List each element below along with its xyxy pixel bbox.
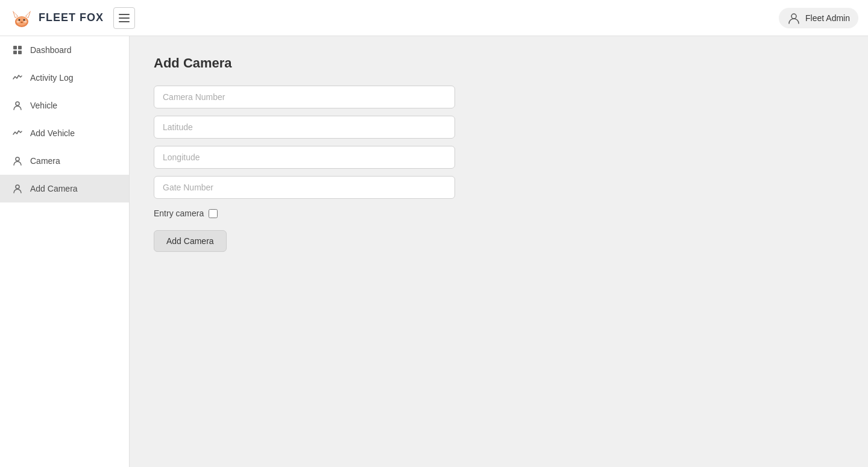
menu-button[interactable] xyxy=(113,7,135,29)
vehicle-person-icon xyxy=(12,100,23,111)
menu-line-3 xyxy=(119,21,130,22)
dashboard-icon xyxy=(12,45,23,55)
navbar-left: FLEET FOX xyxy=(10,6,135,30)
sidebar-label-add-vehicle: Add Vehicle xyxy=(30,128,75,138)
main-content: Add Camera Entry camera Add Camera xyxy=(130,36,868,467)
sidebar-item-camera[interactable]: Camera xyxy=(0,147,129,175)
sidebar-item-add-camera[interactable]: Add Camera xyxy=(0,175,129,202)
user-name: Fleet Admin xyxy=(805,13,850,23)
sidebar-item-dashboard[interactable]: Dashboard xyxy=(0,36,129,64)
logo: FLEET FOX xyxy=(10,6,104,30)
svg-rect-12 xyxy=(13,46,17,49)
svg-rect-14 xyxy=(13,51,17,54)
sidebar-label-add-camera: Add Camera xyxy=(30,184,78,193)
svg-rect-15 xyxy=(18,51,22,54)
menu-line-1 xyxy=(119,14,130,15)
camera-number-input[interactable] xyxy=(154,86,455,108)
svg-point-17 xyxy=(16,157,19,161)
latitude-input[interactable] xyxy=(154,116,455,139)
menu-line-2 xyxy=(119,17,130,19)
entry-camera-checkbox[interactable] xyxy=(209,209,218,218)
svg-point-16 xyxy=(16,102,19,105)
app-name: FLEET FOX xyxy=(39,11,104,24)
sidebar: Dashboard Activity Log Vehicle xyxy=(0,36,130,467)
longitude-input[interactable] xyxy=(154,146,455,169)
svg-point-9 xyxy=(17,20,20,22)
svg-point-8 xyxy=(20,21,23,22)
activity-log-icon xyxy=(12,72,23,83)
sidebar-label-activity-log: Activity Log xyxy=(30,73,74,83)
entry-camera-label: Entry camera xyxy=(154,208,204,218)
layout: Dashboard Activity Log Vehicle xyxy=(0,36,868,467)
logo-icon xyxy=(10,6,34,30)
sidebar-item-activity-log[interactable]: Activity Log xyxy=(0,64,129,92)
svg-point-6 xyxy=(19,19,20,20)
user-avatar-icon xyxy=(787,11,800,25)
navbar: FLEET FOX Fleet Admin xyxy=(0,0,868,36)
add-camera-button[interactable]: Add Camera xyxy=(154,230,227,252)
sidebar-item-add-vehicle[interactable]: Add Vehicle xyxy=(0,119,129,147)
camera-person-icon xyxy=(12,155,23,166)
sidebar-label-vehicle: Vehicle xyxy=(30,101,57,110)
entry-camera-row: Entry camera xyxy=(154,208,455,218)
add-camera-person-icon xyxy=(12,183,23,194)
page-title: Add Camera xyxy=(154,55,844,71)
add-vehicle-icon xyxy=(12,128,23,139)
sidebar-item-vehicle[interactable]: Vehicle xyxy=(0,92,129,119)
svg-point-7 xyxy=(24,19,25,20)
svg-point-18 xyxy=(16,185,19,189)
sidebar-label-camera: Camera xyxy=(30,156,60,166)
add-camera-form: Entry camera Add Camera xyxy=(154,86,455,252)
svg-rect-13 xyxy=(18,46,22,49)
user-menu[interactable]: Fleet Admin xyxy=(779,8,858,28)
svg-point-10 xyxy=(24,20,27,22)
sidebar-label-dashboard: Dashboard xyxy=(30,45,72,55)
svg-point-11 xyxy=(791,14,796,19)
gate-number-input[interactable] xyxy=(154,176,455,199)
